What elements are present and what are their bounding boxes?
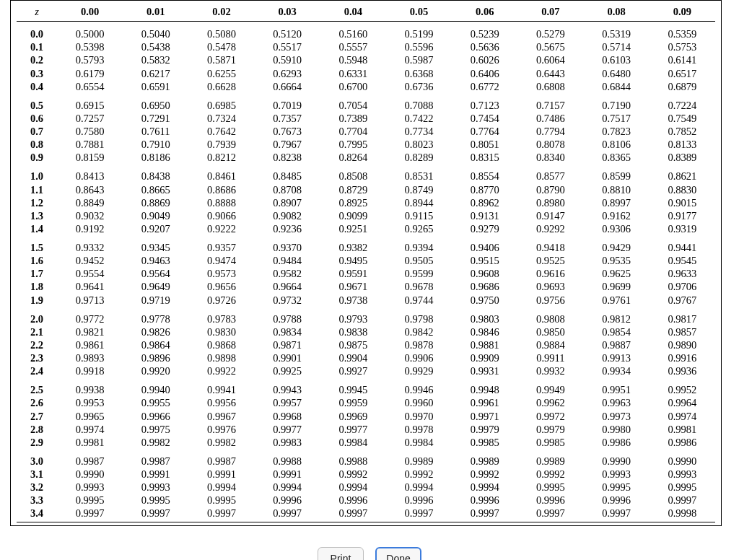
cell: 0.8340 [517,151,583,164]
cell: 0.6368 [386,67,452,80]
cell: 0.7673 [255,125,320,138]
table-row: 0.40.65540.65910.66280.66640.67000.67360… [17,80,715,93]
cell: 0.9049 [123,209,188,222]
cell: 0.9963 [584,396,650,409]
cell: 0.9887 [584,338,650,351]
cell: 0.7291 [123,112,188,125]
cell: 0.9394 [386,235,452,254]
cell: 0.9977 [255,423,320,436]
cell: 0.7517 [584,112,650,125]
col-header: 0.04 [320,2,386,22]
cell: 0.9664 [255,280,320,293]
cell: 0.9949 [517,377,583,396]
cell: 0.7357 [255,112,320,125]
cell: 0.9616 [517,267,583,280]
cell: 0.9292 [517,222,583,235]
cell: 0.8599 [584,164,650,183]
row-header: 0.9 [17,151,57,164]
table-row: 2.90.99810.99820.99820.99830.99840.99840… [17,436,715,449]
table-row: 1.10.86430.86650.86860.87080.87290.87490… [17,183,715,196]
cell: 0.9953 [57,396,123,409]
cell: 0.9868 [188,338,254,351]
cell: 0.9545 [650,254,715,267]
cell: 0.9991 [188,468,254,481]
cell: 0.9994 [188,481,254,494]
row-header: 1.5 [17,235,57,254]
cell: 0.9767 [650,294,715,307]
cell: 0.9931 [452,364,517,377]
z-table-frame: z 0.000.010.020.030.040.050.060.070.080.… [10,0,722,526]
cell: 0.9564 [123,267,188,280]
table-row: 1.30.90320.90490.90660.90820.90990.91150… [17,209,715,222]
cell: 0.8643 [57,183,123,196]
cell: 0.9418 [517,235,583,254]
cell: 0.6700 [320,80,386,93]
cell: 0.8023 [386,138,452,151]
cell: 0.9945 [320,377,386,396]
cell: 0.9279 [452,222,517,235]
cell: 0.5910 [255,53,320,66]
cell: 0.9916 [650,351,715,364]
table-row: 2.00.97720.97780.97830.97880.97930.97980… [17,307,715,325]
cell: 0.9974 [650,410,715,423]
cell: 0.7088 [386,93,452,112]
table-row: 2.40.99180.99200.99220.99250.99270.99290… [17,364,715,377]
table-row: 3.30.99950.99950.99950.99960.99960.99960… [17,494,715,507]
cell: 0.9732 [255,294,320,307]
cell: 0.8186 [123,151,188,164]
cell: 0.9997 [123,507,188,520]
cell: 0.9979 [452,423,517,436]
cell: 0.6664 [255,80,320,93]
table-row: 0.00.50000.50400.50800.51200.51600.51990… [17,22,715,41]
table-row: 1.60.94520.94630.94740.94840.94950.95050… [17,254,715,267]
cell: 0.9382 [320,235,386,254]
cell: 0.9842 [386,325,452,338]
cell: 0.9817 [650,307,715,325]
cell: 0.9756 [517,294,583,307]
cell: 0.9997 [320,507,386,520]
cell: 0.8962 [452,196,517,209]
table-row: 2.50.99380.99400.99410.99430.99450.99460… [17,377,715,396]
cell: 0.9994 [255,481,320,494]
row-header: 1.2 [17,196,57,209]
cell: 0.6808 [517,80,583,93]
cell: 0.8729 [320,183,386,196]
cell: 0.9066 [188,209,254,222]
cell: 0.9973 [584,410,650,423]
cell: 0.9772 [57,307,123,325]
cell: 0.9989 [452,449,517,468]
cell: 0.5080 [188,22,254,41]
cell: 0.5359 [650,22,715,41]
row-header: 2.8 [17,423,57,436]
table-row: 2.60.99530.99550.99560.99570.99590.99600… [17,396,715,409]
col-header: 0.01 [123,2,188,22]
table-row: 0.30.61790.62170.62550.62930.63310.63680… [17,67,715,80]
cell: 0.9996 [386,494,452,507]
cell: 0.8925 [320,196,386,209]
print-button[interactable]: Print [318,547,364,560]
row-header: 3.0 [17,449,57,468]
cell: 0.9991 [123,468,188,481]
cell: 0.9357 [188,235,254,254]
table-row: 1.40.91920.92070.92220.92360.92510.92650… [17,222,715,235]
cell: 0.9099 [320,209,386,222]
cell: 0.9192 [57,222,123,235]
done-button[interactable]: Done [375,547,421,560]
cell: 0.9995 [584,481,650,494]
cell: 0.9429 [584,235,650,254]
cell: 0.9997 [517,507,583,520]
cell: 0.9955 [123,396,188,409]
cell: 0.8980 [517,196,583,209]
cell: 0.9986 [584,436,650,449]
cell: 0.9992 [452,468,517,481]
cell: 0.9582 [255,267,320,280]
cell: 0.9778 [123,307,188,325]
cell: 0.9979 [517,423,583,436]
cell: 0.9946 [386,377,452,396]
cell: 0.9306 [584,222,650,235]
col-header: 0.08 [584,2,650,22]
cell: 0.7389 [320,112,386,125]
cell: 0.6480 [584,67,650,80]
col-header: 0.05 [386,2,452,22]
cell: 0.9920 [123,364,188,377]
